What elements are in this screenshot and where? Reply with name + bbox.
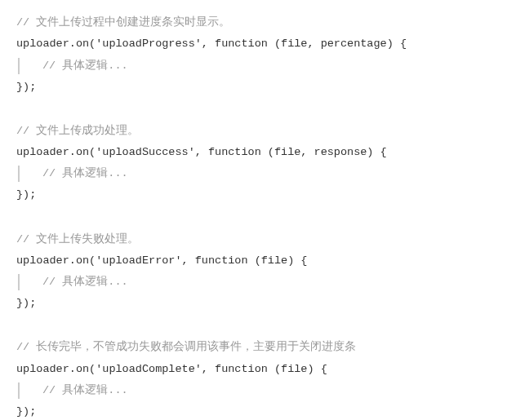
- code-body-comment: // 具体逻辑...: [42, 167, 128, 179]
- code-body-comment: // 具体逻辑...: [42, 276, 128, 288]
- code-line-body: // 具体逻辑...: [18, 166, 516, 182]
- code-line-close: });: [16, 404, 516, 420]
- code-line-body: // 具体逻辑...: [18, 58, 516, 74]
- code-comment: // 文件上传过程中创建进度条实时显示。: [16, 15, 516, 31]
- code-line-fn-open: uploader.on('uploadError', function (fil…: [16, 253, 516, 269]
- code-line-close: });: [16, 79, 516, 95]
- code-line-fn-open: uploader.on('uploadComplete', function (…: [16, 361, 516, 378]
- code-block-upload-progress: // 文件上传过程中创建进度条实时显示。 uploader.on('upload…: [16, 15, 516, 95]
- code-block-upload-error: // 文件上传失败处理。 uploader.on('uploadError', …: [16, 232, 516, 312]
- code-line-close: });: [16, 187, 516, 203]
- code-comment: // 文件上传失败处理。: [16, 232, 516, 248]
- code-line-close: });: [16, 295, 516, 312]
- code-block-upload-success: // 文件上传成功处理。 uploader.on('uploadSuccess'…: [16, 123, 516, 204]
- code-block-upload-complete: // 长传完毕，不管成功失败都会调用该事件，主要用于关闭进度条 uploader…: [16, 339, 516, 420]
- code-comment: // 文件上传成功处理。: [16, 123, 516, 139]
- code-line-body: // 具体逻辑...: [18, 382, 516, 399]
- code-body-comment: // 具体逻辑...: [42, 60, 128, 72]
- code-line-fn-open: uploader.on('uploadProgress', function (…: [16, 36, 516, 52]
- code-line-body: // 具体逻辑...: [18, 274, 516, 290]
- code-line-fn-open: uploader.on('uploadSuccess', function (f…: [16, 144, 516, 161]
- code-comment: // 长传完毕，不管成功失败都会调用该事件，主要用于关闭进度条: [16, 339, 516, 356]
- code-body-comment: // 具体逻辑...: [42, 384, 128, 396]
